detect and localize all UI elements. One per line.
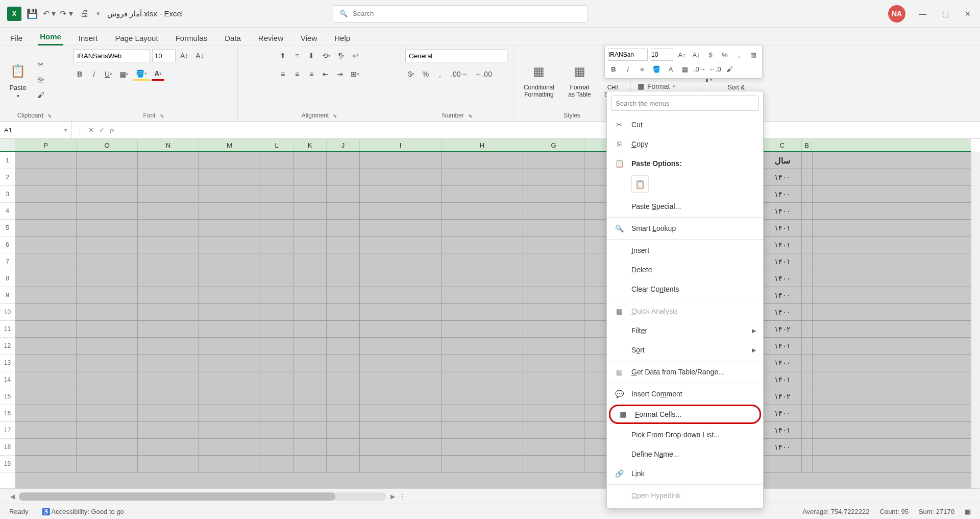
mini-dec-decimal-icon[interactable]: ←.0 — [709, 63, 721, 75]
cell-P11[interactable] — [15, 321, 77, 337]
cell-I13[interactable] — [360, 355, 442, 371]
decrease-indent-button[interactable]: ⇤ — [320, 67, 332, 81]
increase-indent-button[interactable]: ⇥ — [334, 67, 346, 81]
cell-L19[interactable] — [260, 456, 293, 472]
tab-data[interactable]: Data — [223, 31, 243, 45]
cell-C5[interactable]: ۱۴۰۱ — [763, 220, 802, 236]
cell-M12[interactable] — [199, 338, 260, 354]
mini-increase-font-icon[interactable]: A↑ — [676, 49, 688, 61]
cell-I16[interactable] — [360, 405, 442, 421]
bold-button[interactable]: B — [74, 67, 86, 81]
cell-M6[interactable] — [199, 237, 260, 253]
cell-P5[interactable] — [15, 220, 77, 236]
cell-H3[interactable] — [442, 186, 523, 202]
row-header-18[interactable]: 18 — [0, 439, 15, 456]
alignment-dialog-launcher[interactable]: ⬊ — [333, 113, 337, 119]
cell-I2[interactable] — [360, 169, 442, 185]
cell-O19[interactable] — [77, 456, 138, 472]
column-header-I[interactable]: I — [360, 139, 442, 151]
cell-P10[interactable] — [15, 304, 77, 320]
column-header-H[interactable]: H — [442, 139, 523, 151]
context-copy[interactable]: ⎘Copy — [607, 134, 763, 154]
scroll-right-icon[interactable]: ▶ — [390, 493, 395, 500]
cell-J13[interactable] — [327, 355, 360, 371]
cell-I14[interactable] — [360, 371, 442, 388]
cell-P1[interactable] — [15, 152, 77, 169]
cell-O2[interactable] — [77, 169, 138, 185]
cell-O15[interactable] — [77, 388, 138, 405]
cell-G16[interactable] — [523, 405, 584, 421]
row-header-7[interactable]: 7 — [0, 253, 15, 270]
cell-P3[interactable] — [15, 186, 77, 202]
row-header-15[interactable]: 15 — [0, 388, 15, 405]
font-name-input[interactable] — [74, 49, 150, 62]
column-header-L[interactable]: L — [260, 139, 293, 151]
cell-H12[interactable] — [442, 338, 523, 354]
cell-O11[interactable] — [77, 321, 138, 337]
mini-table-icon[interactable]: ▦ — [748, 49, 759, 61]
cell-J5[interactable] — [327, 220, 360, 236]
cell-I10[interactable] — [360, 304, 442, 320]
cell-H7[interactable] — [442, 253, 523, 270]
align-center-button[interactable]: ≡ — [291, 67, 303, 81]
cell-P16[interactable] — [15, 405, 77, 421]
cell-B9[interactable] — [802, 287, 813, 303]
cell-J10[interactable] — [327, 304, 360, 320]
cell-K10[interactable] — [293, 304, 327, 320]
cell-J1[interactable] — [327, 152, 360, 169]
column-header-M[interactable]: M — [199, 139, 260, 151]
cell-P18[interactable] — [15, 439, 77, 455]
cell-K12[interactable] — [293, 338, 327, 354]
mini-percent-icon[interactable]: % — [719, 49, 730, 61]
cell-O12[interactable] — [77, 338, 138, 354]
cell-H15[interactable] — [442, 388, 523, 405]
cell-K14[interactable] — [293, 371, 327, 388]
cell-J6[interactable] — [327, 237, 360, 253]
cell-C6[interactable]: ۱۴۰۱ — [763, 237, 802, 253]
cell-N3[interactable] — [138, 186, 199, 202]
tab-insert[interactable]: Insert — [77, 31, 100, 45]
cell-G4[interactable] — [523, 203, 584, 219]
mini-fontcolor-icon[interactable]: A — [665, 63, 676, 75]
cell-O17[interactable] — [77, 422, 138, 438]
cell-P19[interactable] — [15, 456, 77, 472]
redo-button[interactable]: ↷ ▾ — [60, 9, 72, 18]
cell-K15[interactable] — [293, 388, 327, 405]
cell-P15[interactable] — [15, 388, 77, 405]
context-insert-comment[interactable]: 💬Insert Comment — [607, 384, 763, 404]
cell-M7[interactable] — [199, 253, 260, 270]
row-header-6[interactable]: 6 — [0, 237, 15, 253]
cell-K13[interactable] — [293, 355, 327, 371]
cell-K16[interactable] — [293, 405, 327, 421]
cell-N18[interactable] — [138, 439, 199, 455]
cell-P6[interactable] — [15, 237, 77, 253]
cell-B2[interactable] — [802, 169, 813, 185]
row-header-2[interactable]: 2 — [0, 169, 15, 186]
copy-button[interactable]: ⎘ — [35, 73, 47, 86]
cell-J7[interactable] — [327, 253, 360, 270]
cell-H10[interactable] — [442, 304, 523, 320]
cell-I7[interactable] — [360, 253, 442, 270]
cell-P2[interactable] — [15, 169, 77, 185]
cell-G6[interactable] — [523, 237, 584, 253]
maximize-button[interactable]: ▢ — [940, 10, 950, 18]
cell-L16[interactable] — [260, 405, 293, 421]
cell-I11[interactable] — [360, 321, 442, 337]
cell-K17[interactable] — [293, 422, 327, 438]
minimize-button[interactable]: — — [918, 10, 928, 18]
cell-C2[interactable]: ۱۴۰۰ — [763, 169, 802, 185]
context-smart-lookup[interactable]: 🔍Smart Lookup — [607, 219, 763, 238]
context-paste-special[interactable]: Paste Special... — [607, 197, 763, 216]
row-header-8[interactable]: 8 — [0, 270, 15, 287]
cell-H1[interactable] — [442, 152, 523, 169]
cell-L17[interactable] — [260, 422, 293, 438]
paste-button[interactable]: 📋 Paste ▾ — [4, 58, 32, 101]
cell-N8[interactable] — [138, 270, 199, 287]
column-header-N[interactable]: N — [138, 139, 199, 151]
cells-area[interactable]: تعداد فروشفصلسال۱۲۰زمستان۱۴۰۰۶۵زمستان۱۴۰… — [15, 152, 971, 488]
cell-H16[interactable] — [442, 405, 523, 421]
cell-B14[interactable] — [802, 371, 813, 388]
column-header-J[interactable]: J — [327, 139, 360, 151]
decrease-decimal-button[interactable]: ←.00 — [472, 67, 494, 81]
row-header-12[interactable]: 12 — [0, 338, 15, 355]
